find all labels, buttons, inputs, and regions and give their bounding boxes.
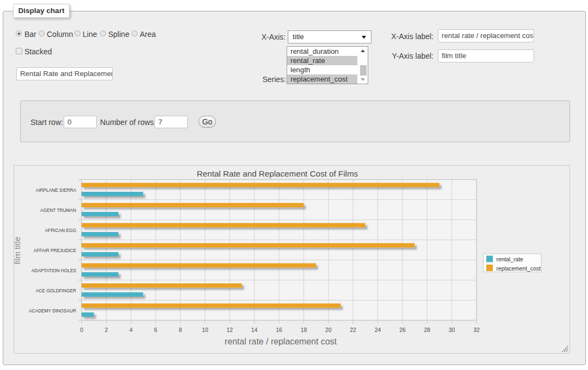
svg-text:28: 28 — [424, 327, 430, 333]
svg-text:14: 14 — [251, 327, 258, 333]
svg-text:film title: film title — [14, 237, 22, 265]
svg-text:2: 2 — [105, 327, 108, 333]
svg-text:20: 20 — [325, 327, 332, 333]
svg-text:32: 32 — [473, 327, 480, 333]
svg-text:30: 30 — [449, 327, 455, 333]
svg-text:ACE GOLDFINGER: ACE GOLDFINGER — [36, 288, 76, 293]
svg-text:0: 0 — [80, 327, 83, 333]
svg-text:Rental Rate and Replacement Co: Rental Rate and Replacement Cost of Film… — [197, 169, 358, 178]
svg-text:rental_rate: rental_rate — [497, 256, 524, 262]
svg-text:AIRPLANE SIERRA: AIRPLANE SIERRA — [36, 187, 77, 193]
svg-text:26: 26 — [399, 327, 406, 333]
svg-text:replacement_cost: replacement_cost — [497, 266, 541, 272]
svg-text:AFRICAN EGG: AFRICAN EGG — [45, 228, 76, 233]
svg-text:6: 6 — [154, 327, 157, 333]
svg-text:24: 24 — [375, 327, 381, 333]
svg-text:16: 16 — [276, 327, 282, 333]
svg-text:18: 18 — [301, 327, 307, 333]
svg-text:ADAPTATION HOLES: ADAPTATION HOLES — [32, 268, 77, 273]
svg-text:12: 12 — [226, 327, 233, 333]
svg-text:4: 4 — [129, 327, 133, 333]
svg-text:22: 22 — [350, 327, 356, 333]
svg-text:AGENT TRUMAN: AGENT TRUMAN — [40, 208, 76, 213]
svg-text:rental rate / replacement cost: rental rate / replacement cost — [225, 337, 337, 346]
svg-text:ACADEMY DINOSAUR: ACADEMY DINOSAUR — [29, 308, 76, 313]
svg-text:10: 10 — [202, 327, 208, 333]
svg-text:8: 8 — [179, 327, 182, 333]
svg-text:AFFAIR PREJUDICE: AFFAIR PREJUDICE — [34, 248, 77, 253]
